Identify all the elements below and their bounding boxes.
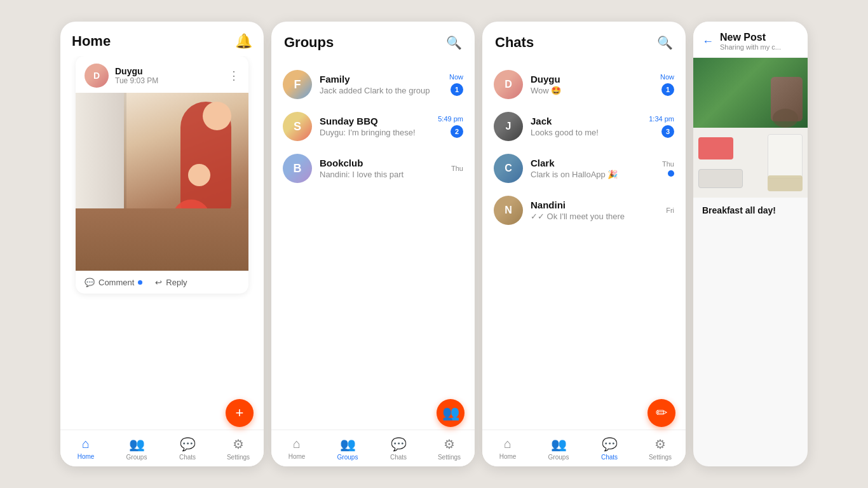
nav-chats[interactable]: 💬 Chats xyxy=(162,437,213,461)
avatar: D xyxy=(85,64,109,88)
new-group-fab[interactable]: 👥 xyxy=(437,399,465,427)
group-preview-family: Jack added Clark to the group xyxy=(320,86,442,95)
group-item-family[interactable]: F Family Jack added Clark to the group N… xyxy=(271,64,475,105)
nav-groups[interactable]: 👥 Groups xyxy=(111,437,162,461)
post-username: Duygu xyxy=(115,66,158,76)
nav-groups-label: Groups xyxy=(126,454,147,461)
chat-badge-jack: 3 xyxy=(661,125,674,138)
nav-home-3[interactable]: ⌂ Home xyxy=(482,437,533,460)
post-image xyxy=(76,93,248,271)
nav-groups-3[interactable]: 👥 Groups xyxy=(533,437,584,461)
chat-time-duygu: Now xyxy=(660,73,674,81)
post-user-info: D Duygu Tue 9:03 PM xyxy=(85,64,158,88)
group-time-bbq: 5:49 pm xyxy=(438,115,463,123)
chats-icon: 💬 xyxy=(180,437,196,452)
new-post-image xyxy=(693,58,808,198)
group-preview-bbq: Duygu: I'm bringing these! xyxy=(320,128,430,137)
groups-screen: Groups 🔍 F Family Jack added Clark to th… xyxy=(271,22,475,466)
new-post-subtitle: Sharing with my c... xyxy=(720,43,781,51)
new-post-screen: ← New Post Sharing with my c... Breakfas… xyxy=(693,22,808,466)
bell-icon[interactable]: 🔔 xyxy=(235,33,252,50)
groups-bottom-nav: ⌂ Home 👥 Groups 💬 Chats ⚙ Settings xyxy=(271,430,475,466)
new-post-caption: Breakfast all day! xyxy=(693,198,808,223)
groups-icon-3: 👥 xyxy=(551,437,567,452)
group-avatar-family: F xyxy=(283,70,312,99)
avatar-clark: C xyxy=(494,154,523,183)
chats-title: Chats xyxy=(495,34,534,51)
new-post-fab[interactable]: + xyxy=(226,399,254,427)
group-item-bbq[interactable]: S Sunday BBQ Duygu: I'm bringing these! … xyxy=(271,105,475,147)
nav-chats-2[interactable]: 💬 Chats xyxy=(373,437,424,461)
nav-settings-label-3: Settings xyxy=(649,454,672,461)
nav-chats-3[interactable]: 💬 Chats xyxy=(584,437,635,461)
groups-search-icon[interactable]: 🔍 xyxy=(446,35,462,50)
home-icon: ⌂ xyxy=(82,437,90,451)
nav-settings-2[interactable]: ⚙ Settings xyxy=(424,437,475,461)
post-card: D Duygu Tue 9:03 PM ⋮ xyxy=(76,56,248,294)
back-button[interactable]: ← xyxy=(702,35,714,48)
home-header: Home 🔔 xyxy=(60,22,264,56)
nav-home-label-3: Home xyxy=(499,453,517,460)
group-badge-family: 1 xyxy=(451,83,463,96)
groups-title: Groups xyxy=(284,34,334,51)
nav-home-2[interactable]: ⌂ Home xyxy=(271,437,322,460)
groups-header: Groups 🔍 xyxy=(271,22,475,58)
chat-name-clark: Clark xyxy=(531,158,654,168)
chat-item-clark[interactable]: C Clark Clark is on HalloApp 🎉 Thu xyxy=(482,147,686,189)
chat-item-jack[interactable]: J Jack Looks good to me! 1:34 pm 3 xyxy=(482,105,686,147)
chat-name-jack: Jack xyxy=(531,116,641,126)
nav-settings-label: Settings xyxy=(227,454,250,461)
nav-settings[interactable]: ⚙ Settings xyxy=(213,437,264,461)
comment-icon: 💬 xyxy=(85,278,95,287)
chat-badge-duygu: 1 xyxy=(661,83,674,96)
avatar-jack: J xyxy=(494,112,523,141)
chats-screen: Chats 🔍 D Duygu Wow 🤩 Now 1 J xyxy=(482,22,686,466)
chat-name-nandini: Nandini xyxy=(531,200,658,210)
reply-button[interactable]: ↩ Reply xyxy=(155,278,187,287)
nav-chats-label-2: Chats xyxy=(390,454,407,461)
chat-item-nandini[interactable]: N Nandini ✓✓ Ok I'll meet you there Fri xyxy=(482,189,686,231)
post-time: Tue 9:03 PM xyxy=(115,76,158,85)
new-post-header: ← New Post Sharing with my c... xyxy=(693,22,808,58)
reply-icon: ↩ xyxy=(155,278,162,287)
chat-time-clark: Thu xyxy=(662,160,674,168)
group-item-bookclub[interactable]: B Bookclub Nandini: I love this part Thu xyxy=(271,147,475,189)
chats-icon-3: 💬 xyxy=(602,437,618,452)
comment-button[interactable]: 💬 Comment xyxy=(85,278,142,287)
settings-icon-3: ⚙ xyxy=(654,437,666,452)
chats-icon-2: 💬 xyxy=(391,437,407,452)
new-group-icon: 👥 xyxy=(442,405,459,421)
new-post-title: New Post xyxy=(720,32,781,43)
nav-groups-2[interactable]: 👥 Groups xyxy=(322,437,373,461)
chat-name-duygu: Duygu xyxy=(531,74,653,85)
chats-bottom-nav: ⌂ Home 👥 Groups 💬 Chats ⚙ Settings xyxy=(482,430,686,466)
group-preview-bookclub: Nandini: I love this part xyxy=(320,170,444,179)
group-avatar-bookclub: B xyxy=(283,154,312,183)
post-header: D Duygu Tue 9:03 PM ⋮ xyxy=(76,56,248,93)
groups-icon: 👥 xyxy=(129,437,145,452)
nav-home[interactable]: ⌂ Home xyxy=(60,437,111,460)
new-chat-fab[interactable]: ✏ xyxy=(648,399,675,427)
settings-icon: ⚙ xyxy=(233,437,244,452)
nav-settings-3[interactable]: ⚙ Settings xyxy=(635,437,686,461)
nav-chats-label: Chats xyxy=(179,454,196,461)
group-name-family: Family xyxy=(320,74,442,85)
group-name-bbq: Sunday BBQ xyxy=(320,116,430,126)
chat-item-duygu[interactable]: D Duygu Wow 🤩 Now 1 xyxy=(482,64,686,105)
nav-home-label: Home xyxy=(78,453,95,460)
nav-settings-label-2: Settings xyxy=(438,454,461,461)
home-icon-3: ⌂ xyxy=(504,437,512,451)
nav-groups-label-2: Groups xyxy=(337,454,358,461)
post-menu-icon[interactable]: ⋮ xyxy=(228,69,240,83)
chat-preview-jack: Looks good to me! xyxy=(531,128,641,137)
home-screen: Home 🔔 D Duygu Tue 9:03 PM ⋮ xyxy=(60,22,264,466)
group-name-bookclub: Bookclub xyxy=(320,158,444,168)
nav-home-label-2: Home xyxy=(288,453,306,460)
nav-chats-label-3: Chats xyxy=(601,454,618,461)
groups-icon-2: 👥 xyxy=(340,437,356,452)
chat-preview-duygu: Wow 🤩 xyxy=(531,86,653,95)
avatar-nandini: N xyxy=(494,196,523,225)
chats-search-icon[interactable]: 🔍 xyxy=(657,35,673,50)
chat-preview-clark: Clark is on HalloApp 🎉 xyxy=(531,170,654,179)
group-badge-bbq: 2 xyxy=(451,125,463,138)
